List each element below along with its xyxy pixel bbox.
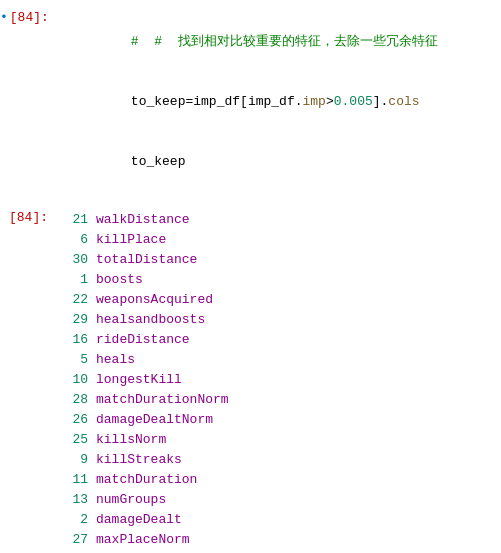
table-row: 5 heals — [52, 350, 501, 370]
feature-5: healsandboosts — [96, 310, 205, 330]
feature-6: rideDistance — [96, 330, 190, 350]
index-10: 26 — [52, 410, 88, 430]
feature-8: longestKill — [96, 370, 182, 390]
input-label: [84]: — [10, 10, 49, 25]
feature-4: weaponsAcquired — [96, 290, 213, 310]
index-12: 9 — [52, 450, 88, 470]
index-9: 28 — [52, 390, 88, 410]
index-11: 25 — [52, 430, 88, 450]
index-13: 11 — [52, 470, 88, 490]
feature-11: killsNorm — [96, 430, 166, 450]
index-8: 10 — [52, 370, 88, 390]
index-5: 29 — [52, 310, 88, 330]
feature-16: maxPlaceNorm — [96, 530, 190, 550]
feature-10: damageDealtNorm — [96, 410, 213, 430]
index-1: 6 — [52, 230, 88, 250]
index-2: 30 — [52, 250, 88, 270]
table-row: 2 damageDealt — [52, 510, 501, 530]
feature-15: damageDealt — [96, 510, 182, 530]
index-14: 13 — [52, 490, 88, 510]
table-row: 11 matchDuration — [52, 470, 501, 490]
feature-13: matchDuration — [96, 470, 197, 490]
output-cell: [84]: 21 walkDistance 6 killPlace 30 tot… — [0, 206, 501, 553]
index-4: 22 — [52, 290, 88, 310]
index-7: 5 — [52, 350, 88, 370]
code-text-2: to_keep — [131, 94, 186, 109]
table-row: 16 rideDistance — [52, 330, 501, 350]
table-row: 22 weaponsAcquired — [52, 290, 501, 310]
table-row: 27 maxPlaceNorm — [52, 530, 501, 550]
index-6: 16 — [52, 330, 88, 350]
feature-0: walkDistance — [96, 210, 190, 230]
table-row: 1 boosts — [52, 270, 501, 290]
table-row: 9 killStreaks — [52, 450, 501, 470]
feature-3: boosts — [96, 270, 143, 290]
cell-dot: • — [0, 10, 8, 25]
feature-2: totalDistance — [96, 250, 197, 270]
index-16: 27 — [52, 530, 88, 550]
feature-7: heals — [96, 350, 135, 370]
comment-hash: # — [131, 34, 154, 49]
feature-9: matchDurationNorm — [96, 390, 229, 410]
input-content: # # 找到相对比较重要的特征，去除一些冗余特征 to_keep=imp_df[… — [53, 10, 501, 194]
table-row: 29 healsandboosts — [52, 310, 501, 330]
feature-14: numGroups — [96, 490, 166, 510]
code-line-3: to_keep — [53, 132, 501, 192]
output-content: 21 walkDistance 6 killPlace 30 totalDist… — [52, 210, 501, 553]
table-row: 6 killPlace — [52, 230, 501, 250]
output-label: [84]: — [9, 210, 48, 225]
index-0: 21 — [52, 210, 88, 230]
table-row: 30 totalDistance — [52, 250, 501, 270]
table-row: 13 numGroups — [52, 490, 501, 510]
input-cell: • [84]: # # 找到相对比较重要的特征，去除一些冗余特征 to_keep… — [0, 6, 501, 198]
table-row: 26 damageDealtNorm — [52, 410, 501, 430]
table-row: 21 walkDistance — [52, 210, 501, 230]
table-row: 10 longestKill — [52, 370, 501, 390]
table-row: 25 killsNorm — [52, 430, 501, 450]
code-line-2: to_keep=imp_df[imp_df.imp>0.005].cols — [53, 72, 501, 132]
table-row: 28 matchDurationNorm — [52, 390, 501, 410]
feature-12: killStreaks — [96, 450, 182, 470]
index-3: 1 — [52, 270, 88, 290]
feature-1: killPlace — [96, 230, 166, 250]
comment-text: # 找到相对比较重要的特征，去除一些冗余特征 — [154, 34, 437, 49]
index-15: 2 — [52, 510, 88, 530]
